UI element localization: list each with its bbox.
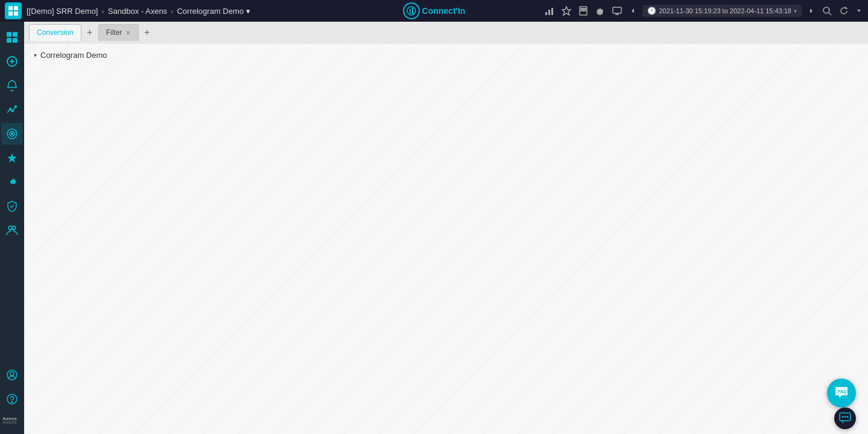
sidebar-item-target[interactable]	[1, 123, 23, 145]
tab-conversion[interactable]: Conversion	[29, 24, 81, 41]
svg-marker-10	[562, 7, 571, 15]
svg-point-31	[12, 110, 14, 112]
svg-rect-23	[13, 32, 17, 37]
svg-rect-25	[13, 38, 17, 43]
tab-add-btn[interactable]: +	[83, 25, 97, 40]
svg-rect-3	[14, 11, 18, 16]
connectin-logo-text: Connect'In	[422, 6, 466, 16]
svg-point-30	[10, 108, 11, 110]
svg-point-4	[407, 7, 416, 15]
tab-filter-label: Filter	[106, 28, 122, 37]
connectin-logo-circle	[403, 2, 420, 19]
sidebar-item-help[interactable]	[1, 388, 23, 410]
svg-marker-21	[857, 10, 861, 12]
svg-marker-17	[632, 8, 634, 13]
sidebar-item-users[interactable]	[1, 219, 23, 241]
svg-rect-13	[581, 10, 586, 11]
sidebar-item-tools[interactable]	[1, 147, 23, 169]
svg-point-46	[842, 416, 844, 418]
chart-icon-btn[interactable]	[543, 5, 556, 17]
star-icon-btn[interactable]	[560, 5, 572, 17]
sidebar-item-shield[interactable]	[1, 195, 23, 217]
tab-conversion-label: Conversion	[37, 28, 74, 37]
content-panel: ▾ Correlogram Demo	[24, 43, 868, 434]
breadcrumb-current-text: Correlogram Demo	[177, 7, 244, 16]
settings-icon-btn[interactable]	[594, 5, 606, 17]
svg-line-20	[829, 13, 831, 15]
svg-rect-0	[8, 6, 13, 10]
time-range-icon: 🕐	[647, 7, 656, 15]
sidebar-item-dashboard[interactable]	[1, 27, 23, 48]
svg-rect-6	[412, 8, 413, 14]
svg-text:HORIZON: HORIZON	[2, 421, 16, 424]
svg-rect-12	[581, 8, 586, 9]
section-collapse-arrow[interactable]: ▾	[34, 52, 37, 58]
tab-filter-close[interactable]: ×	[125, 28, 130, 37]
faq-icon: FAQ	[834, 386, 849, 400]
svg-point-41	[11, 401, 13, 403]
sidebar: Axens HORIZON	[0, 22, 24, 434]
breadcrumb: [[Demo] SRR Demo] › Sandbox - Axens › Co…	[27, 7, 250, 16]
breadcrumb-sep1: ›	[101, 7, 104, 16]
nav-prev-btn[interactable]	[628, 6, 638, 16]
main-layout: Axens HORIZON Conversion + Filter × + ▾ …	[0, 22, 868, 434]
header-center-logo: Connect'In	[403, 2, 466, 19]
section-title: Correlogram Demo	[40, 51, 107, 60]
svg-rect-24	[7, 38, 11, 43]
svg-rect-14	[613, 7, 621, 13]
section-header: ▾ Correlogram Demo	[34, 51, 858, 60]
axens-logo: Axens HORIZON	[1, 412, 23, 424]
tab-filter-add-btn[interactable]: +	[140, 25, 154, 40]
app-logo[interactable]	[5, 2, 22, 19]
svg-point-48	[847, 416, 849, 418]
more-dropdown-btn[interactable]	[855, 7, 863, 15]
bookmark-icon-btn[interactable]	[577, 5, 589, 17]
time-range-dropdown[interactable]: ▾	[794, 8, 797, 14]
svg-text:FAQ: FAQ	[838, 389, 847, 394]
tab-bar: Conversion + Filter × +	[24, 22, 868, 43]
sidebar-bottom: Axens HORIZON	[1, 364, 23, 429]
svg-rect-8	[548, 10, 550, 15]
svg-point-35	[11, 133, 13, 135]
faq-button[interactable]: FAQ	[827, 379, 856, 407]
breadcrumb-project[interactable]: Sandbox - Axens	[108, 7, 167, 16]
sidebar-item-alerts[interactable]	[1, 75, 23, 96]
breadcrumb-current[interactable]: Correlogram Demo ▾	[177, 7, 250, 16]
breadcrumb-workspace[interactable]: [[Demo] SRR Demo]	[27, 7, 98, 16]
chat-button[interactable]	[834, 407, 856, 429]
nav-next-btn[interactable]	[806, 6, 816, 16]
sidebar-item-settings[interactable]	[1, 171, 23, 193]
svg-rect-1	[14, 6, 18, 10]
sidebar-item-user[interactable]	[1, 364, 23, 386]
time-range-text: 2021-11-30 15:19:23 to 2022-04-11 15:43:…	[659, 7, 791, 14]
svg-marker-18	[810, 8, 813, 13]
time-range-selector[interactable]: 🕐 2021-11-30 15:19:23 to 2022-04-11 15:4…	[642, 5, 802, 17]
svg-rect-2	[8, 11, 13, 16]
svg-rect-7	[545, 12, 547, 15]
svg-point-39	[10, 372, 14, 376]
breadcrumb-sep2: ›	[171, 7, 173, 16]
content-area: Conversion + Filter × + ▾ Correlogram De…	[24, 22, 868, 434]
tab-filter[interactable]: Filter ×	[98, 24, 139, 41]
sidebar-item-add[interactable]	[1, 51, 23, 72]
monitor-icon-btn[interactable]	[611, 5, 623, 17]
search-icon-btn[interactable]	[821, 5, 833, 17]
header: [[Demo] SRR Demo] › Sandbox - Axens › Co…	[0, 0, 868, 22]
svg-point-32	[15, 106, 17, 108]
refresh-icon-btn[interactable]	[838, 5, 850, 17]
sidebar-item-analytics[interactable]	[1, 99, 23, 121]
header-right: 🕐 2021-11-30 15:19:23 to 2022-04-11 15:4…	[543, 5, 863, 17]
svg-rect-22	[7, 32, 11, 37]
svg-point-19	[823, 7, 829, 13]
svg-rect-5	[410, 9, 411, 14]
svg-rect-9	[551, 8, 553, 15]
svg-point-47	[844, 416, 846, 418]
breadcrumb-dropdown-arrow[interactable]: ▾	[246, 7, 250, 16]
